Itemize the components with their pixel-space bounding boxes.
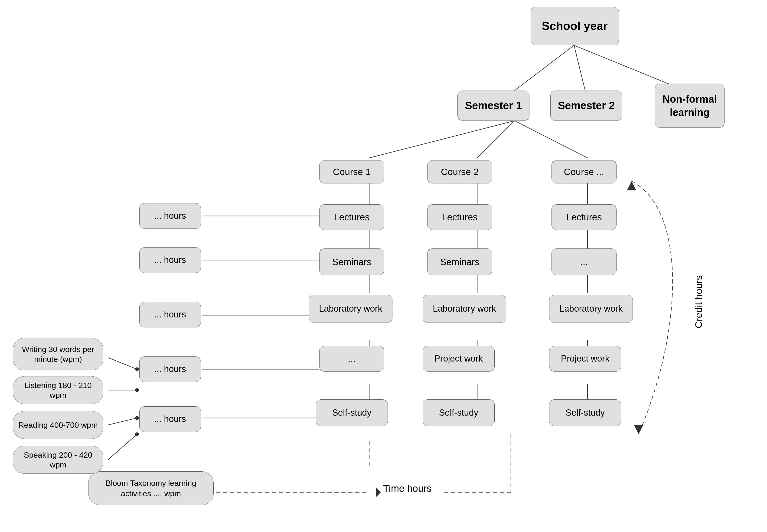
course1-node: Course 1: [319, 160, 384, 183]
hours-labwork-node: ... hours: [139, 302, 201, 327]
svg-line-3: [369, 121, 515, 158]
selfstudy3-node: Self-study: [549, 399, 621, 426]
svg-line-5: [515, 121, 587, 158]
reading-node: Reading 400-700 wpm: [13, 411, 103, 439]
svg-marker-31: [627, 181, 636, 190]
dots1-node: ...: [319, 346, 384, 372]
svg-point-38: [135, 416, 139, 420]
svg-marker-40: [376, 488, 381, 497]
projectwork2-node: Project work: [423, 346, 495, 372]
labwork1-node: Laboratory work: [309, 295, 392, 323]
svg-line-1: [574, 45, 585, 91]
speaking-node: Speaking 200 - 420 wpm: [13, 446, 103, 474]
listening-node: Listening 180 - 210 wpm: [13, 376, 103, 404]
svg-point-36: [135, 367, 139, 371]
semester2-node: Semester 2: [550, 91, 622, 121]
svg-line-35: [108, 434, 137, 460]
lectures1-node: Lectures: [319, 204, 384, 230]
credit-hours-label: Credit hours: [693, 221, 704, 383]
labwork2-node: Laboratory work: [423, 295, 506, 323]
svg-line-34: [108, 418, 137, 425]
svg-point-39: [135, 432, 139, 436]
time-hours-label: Time hours: [383, 483, 432, 494]
labwork3-node: Laboratory work: [549, 295, 633, 323]
semester1-node: Semester 1: [457, 91, 529, 121]
hours-seminars-node: ... hours: [139, 247, 201, 273]
lectures2-node: Lectures: [427, 204, 492, 230]
svg-line-4: [477, 121, 515, 158]
hours-dots-node: ... hours: [139, 356, 201, 382]
selfstudy2-node: Self-study: [423, 399, 495, 426]
svg-line-32: [108, 358, 137, 369]
selfstudy1-node: Self-study: [316, 399, 388, 426]
diagram: School year Semester 1 Semester 2 Non-fo…: [0, 0, 767, 532]
svg-marker-30: [634, 425, 643, 434]
lectures3-node: Lectures: [552, 204, 617, 230]
seminars1-node: Seminars: [319, 248, 384, 275]
hours-selfstudy-node: ... hours: [139, 406, 201, 432]
writing-node: Writing 30 words per minute (wpm): [13, 338, 103, 370]
nonformal-node: Non-formal learning: [655, 84, 725, 128]
seminars2-node: Seminars: [427, 248, 492, 275]
school-year-node: School year: [531, 7, 619, 45]
bloom-node: Bloom Taxonomy learning activities .... …: [88, 471, 214, 505]
course2-node: Course 2: [427, 160, 492, 183]
svg-point-37: [135, 388, 139, 392]
course-dots-node: Course ...: [552, 160, 617, 183]
hours-lectures-node: ... hours: [139, 203, 201, 229]
svg-line-0: [515, 45, 574, 91]
projectwork3-node: Project work: [549, 346, 621, 372]
seminars3-node: ...: [552, 248, 617, 275]
